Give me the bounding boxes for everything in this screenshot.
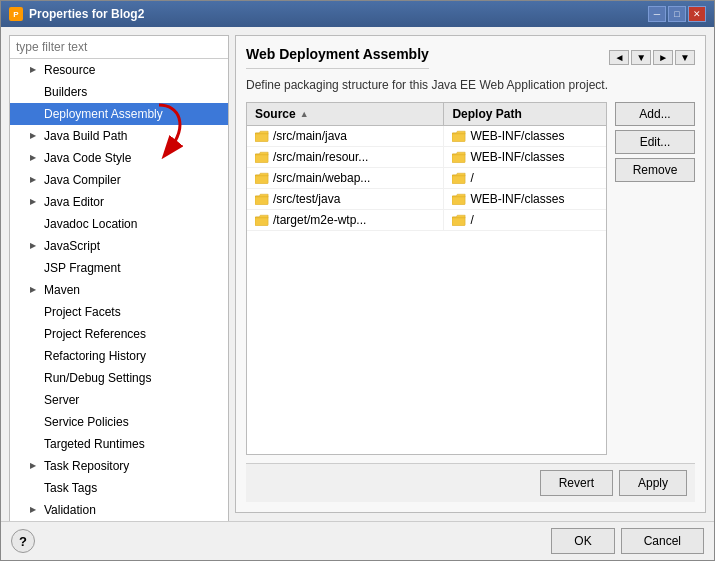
source-cell: /src/main/java (247, 126, 444, 146)
revert-button[interactable]: Revert (540, 470, 613, 496)
sidebar-item-java-code-style[interactable]: ▶Java Code Style (10, 147, 228, 169)
panel-description: Define packaging structure for this Java… (246, 77, 695, 94)
properties-window: P Properties for Blog2 ─ □ ✕ ▶ResourceBu… (0, 0, 715, 561)
deploy-cell: WEB-INF/classes (444, 147, 606, 167)
table-row[interactable]: /target/m2e-wtp... / (247, 210, 606, 231)
sidebar-item-run-debug-settings[interactable]: Run/Debug Settings (10, 367, 228, 389)
svg-rect-3 (255, 133, 268, 142)
close-button[interactable]: ✕ (688, 6, 706, 22)
sidebar-item-label: Maven (44, 281, 80, 299)
title-bar-left: P Properties for Blog2 (9, 7, 144, 21)
svg-rect-10 (452, 196, 465, 205)
help-button[interactable]: ? (11, 529, 35, 553)
title-bar-controls: ─ □ ✕ (648, 6, 706, 22)
apply-button[interactable]: Apply (619, 470, 687, 496)
sidebar-item-jsp-fragment[interactable]: JSP Fragment (10, 257, 228, 279)
sidebar-item-label: Project Facets (44, 303, 121, 321)
forward-dropdown-button[interactable]: ▼ (675, 50, 695, 65)
dropdown-button[interactable]: ▼ (631, 50, 651, 65)
sidebar-item-javadoc-location[interactable]: Javadoc Location (10, 213, 228, 235)
deploy-cell: / (444, 210, 606, 230)
svg-rect-6 (452, 154, 465, 163)
table-body: /src/main/java WEB-INF/classes /src/main… (247, 126, 606, 454)
navigation-arrows: ◄ ▼ ► ▼ (609, 50, 695, 65)
deployment-table: Source ▲ Deploy Path /src/main/java WEB-… (246, 102, 607, 455)
tree-expand-icon: ▶ (30, 171, 40, 189)
sidebar-item-label: Server (44, 391, 79, 409)
sidebar-item-label: Service Policies (44, 413, 129, 431)
sidebar-item-task-tags[interactable]: Task Tags (10, 477, 228, 499)
folder-icon (255, 172, 269, 184)
tree-expand-icon: ▶ (30, 501, 40, 519)
minimize-button[interactable]: ─ (648, 6, 666, 22)
svg-rect-11 (255, 217, 268, 226)
sidebar-item-builders[interactable]: Builders (10, 81, 228, 103)
folder-icon (255, 214, 269, 226)
sidebar-item-validation[interactable]: ▶Validation (10, 499, 228, 521)
folder-icon (452, 214, 466, 226)
folder-icon (452, 151, 466, 163)
title-bar: P Properties for Blog2 ─ □ ✕ (1, 1, 714, 27)
sidebar-item-java-build-path[interactable]: ▶Java Build Path (10, 125, 228, 147)
tree-expand-icon: ▶ (30, 281, 40, 299)
sidebar-item-service-policies[interactable]: Service Policies (10, 411, 228, 433)
forward-button[interactable]: ► (653, 50, 673, 65)
edit-button[interactable]: Edit... (615, 130, 695, 154)
window-icon: P (9, 7, 23, 21)
sidebar-item-refactoring-history[interactable]: Refactoring History (10, 345, 228, 367)
sidebar-item-java-editor[interactable]: ▶Java Editor (10, 191, 228, 213)
deploy-path-column-header: Deploy Path (444, 103, 606, 125)
deploy-cell: WEB-INF/classes (444, 189, 606, 209)
sidebar-item-project-references[interactable]: Project References (10, 323, 228, 345)
tree-container[interactable]: ▶ResourceBuildersDeployment Assembly▶Jav… (10, 59, 228, 521)
footer-right: OK Cancel (551, 528, 704, 554)
tree-expand-icon: ▶ (30, 237, 40, 255)
table-row[interactable]: /src/main/java WEB-INF/classes (247, 126, 606, 147)
window-title: Properties for Blog2 (29, 7, 144, 21)
source-value: /src/main/webap... (273, 171, 370, 185)
folder-icon (452, 130, 466, 142)
table-row[interactable]: /src/main/webap... / (247, 168, 606, 189)
deploy-value: / (470, 213, 473, 227)
sidebar-item-label: Task Repository (44, 457, 129, 475)
deploy-cell: WEB-INF/classes (444, 126, 606, 146)
sidebar-item-label: Validation (44, 501, 96, 519)
deploy-value: WEB-INF/classes (470, 150, 564, 164)
sidebar-item-server[interactable]: Server (10, 389, 228, 411)
add-button[interactable]: Add... (615, 102, 695, 126)
svg-text:P: P (13, 10, 19, 19)
back-button[interactable]: ◄ (609, 50, 629, 65)
sidebar-item-label: JSP Fragment (44, 259, 120, 277)
tree-expand-icon: ▶ (30, 127, 40, 145)
sidebar-item-deployment-assembly[interactable]: Deployment Assembly (10, 103, 228, 125)
tree-expand-icon: ▶ (30, 193, 40, 211)
sidebar-item-label: JavaScript (44, 237, 100, 255)
sidebar-item-label: Project References (44, 325, 146, 343)
sidebar-item-java-compiler[interactable]: ▶Java Compiler (10, 169, 228, 191)
remove-button[interactable]: Remove (615, 158, 695, 182)
sidebar-item-label: Javadoc Location (44, 215, 137, 233)
tree-expand-icon: ▶ (30, 457, 40, 475)
sidebar-item-targeted-runtimes[interactable]: Targeted Runtimes (10, 433, 228, 455)
deploy-value: WEB-INF/classes (470, 129, 564, 143)
sidebar-item-maven[interactable]: ▶Maven (10, 279, 228, 301)
folder-icon (452, 193, 466, 205)
source-value: /src/test/java (273, 192, 340, 206)
table-row[interactable]: /src/test/java WEB-INF/classes (247, 189, 606, 210)
maximize-button[interactable]: □ (668, 6, 686, 22)
sidebar-item-task-repository[interactable]: ▶Task Repository (10, 455, 228, 477)
source-column-header: Source ▲ (247, 103, 444, 125)
ok-button[interactable]: OK (551, 528, 614, 554)
deploy-cell: / (444, 168, 606, 188)
sidebar-item-javascript[interactable]: ▶JavaScript (10, 235, 228, 257)
sort-arrow-icon: ▲ (300, 109, 309, 119)
table-row[interactable]: /src/main/resour... WEB-INF/classes (247, 147, 606, 168)
sidebar-item-resource[interactable]: ▶Resource (10, 59, 228, 81)
folder-icon (255, 130, 269, 142)
sidebar-item-project-facets[interactable]: Project Facets (10, 301, 228, 323)
source-value: /target/m2e-wtp... (273, 213, 366, 227)
footer: ? OK Cancel (1, 521, 714, 560)
cancel-button[interactable]: Cancel (621, 528, 704, 554)
filter-input[interactable] (10, 36, 228, 59)
content-area: ▶ResourceBuildersDeployment Assembly▶Jav… (1, 27, 714, 521)
